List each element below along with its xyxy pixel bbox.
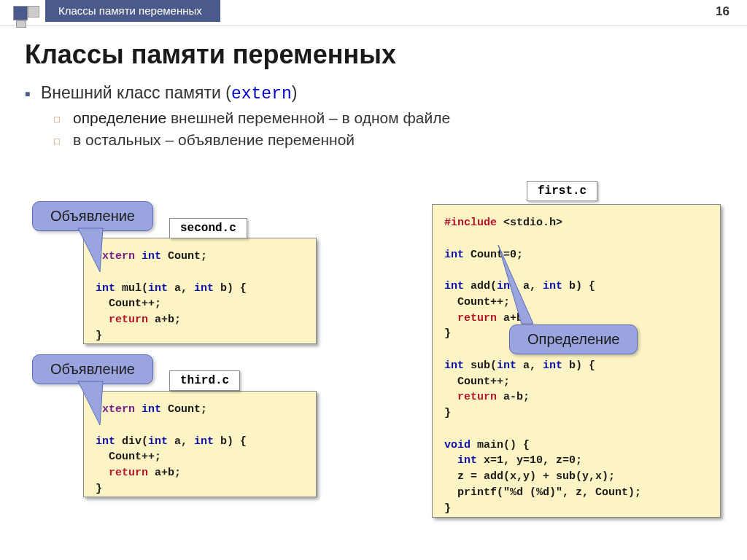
file-label-third: third.c xyxy=(169,370,240,391)
slide-header: Классы памяти переменных 16 xyxy=(0,0,747,26)
file-label-first: first.c xyxy=(527,181,597,201)
callout-declaration-1: Объявление xyxy=(32,201,153,231)
page-title: Классы памяти переменных xyxy=(25,39,722,70)
sub-bullet-declaration: в остальных – объявление переменной xyxy=(73,131,722,149)
callout-definition: Определение xyxy=(509,324,638,354)
bullet-extern: Внешний класс памяти (extern) определени… xyxy=(41,83,722,149)
file-label-second: second.c xyxy=(169,218,247,238)
svg-marker-0 xyxy=(78,228,103,272)
content-area: Классы памяти переменных Внешний класс п… xyxy=(0,26,747,149)
svg-marker-2 xyxy=(498,245,533,324)
breadcrumb: Классы памяти переменных xyxy=(45,0,220,22)
logo-squares xyxy=(13,6,39,23)
code-box-first: #include <stdio.h> int Count=0; int add(… xyxy=(432,204,721,518)
page-number: 16 xyxy=(716,4,729,19)
sub-bullet-definition: определение внешней переменной – в одном… xyxy=(73,109,722,127)
svg-marker-1 xyxy=(78,381,103,425)
callout-declaration-2: Объявление xyxy=(32,354,153,384)
